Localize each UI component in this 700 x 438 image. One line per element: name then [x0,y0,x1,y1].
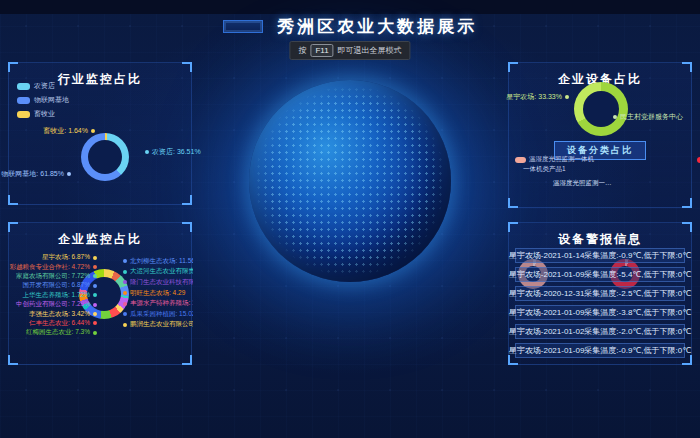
hint-suffix: 即可退出全屏模式 [338,45,402,56]
chart-callout: 家庭农场有限公司: 7.72% [11,272,97,281]
alarm-row: 星宇农场-2021-01-14采集温度:-0.9℃,低于下限:0℃ [515,248,685,263]
legend-item[interactable]: 温湿度光照监测一体机 [515,155,594,164]
callout-dot [93,265,97,269]
chart-callout: 北刘柳生态农场: 11.56% [123,256,193,267]
legend-swatch [17,111,30,118]
chart-callout: 隆门生态农业科技有限公 [123,277,193,288]
legend-item[interactable]: 畜牧业 [17,109,69,119]
chart-callout: 上华生态养殖场: 1.72% [11,291,97,300]
callout-dot [565,95,569,99]
callout-dot [93,303,97,307]
callout-dot [93,256,97,260]
callout-dot [93,331,97,335]
callout-dot [123,312,127,316]
chart-callout: 畜牧业: 1.64% [43,126,95,136]
callout-dot [93,293,97,297]
f11-keycap: F11 [310,44,333,57]
enterprise-labels-left: 星宇农场: 6.87% 彩越粮食专业合作社: 4.72% 家庭农场有限公司: 7… [11,253,97,338]
hint-prefix: 按 [298,45,306,56]
top-strip [0,0,700,14]
chart-callout: 鹏润生态农业有限公司: 6.87 [123,320,193,331]
alarm-row: 星宇农场-2020-12-31采集温度:-2.5℃,低于下限:0℃ [515,286,685,301]
category-chart-right: 温湿度光照监测一体机 一体机类产品1 温湿度光照监测一… [601,153,700,205]
panel-industry-monitor: 行业监控占比 农资店 物联网基地 畜牧业 畜牧业: 1.64% 农资店: 36.… [8,62,192,205]
chart-callout: 民主村党群服务中心 [613,112,683,122]
callout-dot [93,312,97,316]
callout-dot [145,150,149,154]
industry-donut-chart[interactable] [81,133,129,181]
alarm-list: 星宇农场-2021-01-14采集温度:-0.9℃,低于下限:0℃ 星宇农场-2… [515,248,685,362]
callout-dot [93,321,97,325]
callout-dot [123,280,127,284]
chart-callout: 中创药业有限公司: 7.29% [11,300,97,309]
chart-callout: 国开发有限公司: 6.87% [11,281,97,290]
callout-dot [123,259,127,263]
panel-title: 企业监控占比 [9,223,191,248]
chart-callout: 红梅园生态农业: 7.3% [11,328,97,337]
chart-callout: 一体机类产品1 [523,165,566,174]
callout-dot [123,302,127,306]
chart-callout: 农资店: 36.51% [145,147,201,157]
legend-swatch [17,83,30,90]
panel-title: 设备警报信息 [509,223,691,248]
fullscreen-hint: 按 F11 即可退出全屏模式 [289,41,410,60]
legend-swatch [17,97,30,104]
globe-visualization [249,80,451,282]
chart-callout: 明旺生态农场: 4.29 [123,288,193,299]
legend-item[interactable]: 物联网基地 [17,95,69,105]
header: 秀洲区农业大数据展示 [0,15,700,38]
callout-dot [67,172,71,176]
device-donut-chart[interactable] [574,82,628,136]
brand-logo [223,20,263,33]
chart-callout: 瓜果采园种植园: 15.02% [123,309,193,320]
panel-enterprise-devices: 企业设备占比 星宇农场: 33.33% 民主村党群服务中心 设备分类占比 温湿度… [508,62,692,208]
callout-dot [613,115,617,119]
chart-callout: 丰源水产特种养殖场: 1. [123,298,193,309]
dashboard: 秀洲区农业大数据展示 按 F11 即可退出全屏模式 行业监控占比 农资店 物联网… [0,0,700,438]
callout-dot [93,274,97,278]
page-title: 秀洲区农业大数据展示 [277,15,477,38]
alarm-row: 星宇农场-2021-01-09采集温度:-3.8℃,低于下限:0℃ [515,305,685,320]
callout-dot [91,129,95,133]
callout-dot [123,323,127,327]
chart-callout: 李强生态农场: 3.42% [11,309,97,318]
legend-swatch [515,157,526,163]
chart-callout: 大运河生态农业有限责任公 [123,267,193,278]
chart-callout: 星宇农场: 33.33% [511,92,569,102]
alarm-row: 星宇农场-2021-01-09采集温度:-0.9℃,低于下限:0℃ [515,343,685,358]
callout-dot [93,284,97,288]
legend-item[interactable]: 农资店 [17,81,69,91]
chart-callout: 彩越粮食专业合作社: 4.72% [11,262,97,271]
industry-legend: 农资店 物联网基地 畜牧业 [17,81,69,123]
chart-callout: 仁丰生态农业: 6.44% [11,319,97,328]
panel-enterprise-monitor: 企业监控占比 星宇农场: 6.87% 彩越粮食专业合作社: 4.72% 家庭农场… [8,222,192,365]
callout-dot [123,270,127,274]
chart-callout: 物联网基地: 61.85% [1,169,71,179]
chart-callout: 星宇农场: 6.87% [11,253,97,262]
globe-dot-map [255,86,445,276]
enterprise-labels-right: 北刘柳生态农场: 11.56% 大运河生态农业有限责任公 隆门生态农业科技有限公… [123,256,193,330]
alarm-row: 星宇农场-2021-01-09采集温度:-5.4℃,低于下限:0℃ [515,267,685,282]
callout-dot [123,291,127,295]
alarm-row: 星宇农场-2021-01-02采集温度:-2.0℃,低于下限:0℃ [515,324,685,339]
panel-device-alarms: 设备警报信息 星宇农场-2021-01-14采集温度:-0.9℃,低于下限:0℃… [508,222,692,365]
